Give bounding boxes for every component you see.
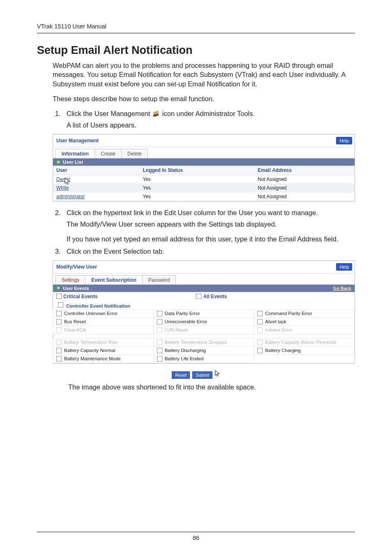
panel-title: User Management	[56, 138, 99, 144]
svg-point-2	[157, 111, 159, 114]
table-row: Daniel Yes Not Assigned	[53, 175, 355, 183]
tab-information[interactable]: Information	[55, 149, 95, 158]
all-events-checkbox[interactable]: All Events	[196, 294, 227, 299]
user-management-panel: User Management Help Information Create …	[53, 134, 355, 202]
user-management-icon	[152, 110, 162, 117]
section-heading: Setup Email Alert Notification	[37, 44, 355, 57]
step-1-text-b: icon under Administrator Tools.	[162, 110, 255, 117]
cell-email: Not Assigned	[254, 192, 355, 201]
event-grid-1: Controller Unknown Error Data Parity Err…	[53, 310, 355, 334]
event-label: Battery Charging	[265, 348, 300, 353]
help-button[interactable]: Help	[336, 263, 352, 271]
user-list-table: User Logged In Status Email Address Dani…	[53, 166, 355, 201]
event-label: Controller Unknown Error	[64, 311, 118, 316]
tab-delete[interactable]: Delete	[121, 149, 148, 158]
modify-view-user-panel: Modify/View User Help Settings Event Sub…	[53, 260, 355, 364]
event-label: Battery Capacity Below Threshold	[265, 340, 336, 345]
cell-status: Yes	[140, 192, 255, 201]
all-events-label: All Events	[203, 294, 227, 299]
event-label: Abort task	[265, 319, 286, 324]
go-back-link[interactable]: Go Back	[333, 286, 351, 291]
event-checkbox[interactable]: Bus Reset	[53, 317, 154, 326]
event-checkbox[interactable]: Battery Charging	[254, 346, 355, 355]
step-3-text: Click on the Event Selection tab.	[67, 248, 164, 255]
table-row: administrator Yes Not Assigned	[53, 192, 355, 201]
tab-settings[interactable]: Settings	[55, 275, 85, 285]
cursor-icon	[215, 370, 221, 379]
user-panel-tabs: Information Create Delete	[53, 147, 355, 158]
event-checkbox[interactable]: Abort task	[254, 317, 355, 326]
event-label: Battery Capacity Normal	[64, 348, 115, 353]
controller-event-notification-checkbox[interactable]	[58, 302, 63, 308]
page-number: 86	[193, 535, 199, 541]
event-label: LUN Reset	[165, 327, 188, 332]
page-header: VTrak 15110 User Manual	[37, 23, 355, 33]
event-label: Battery Temperature Rise	[64, 340, 118, 345]
play-arrow-icon	[56, 160, 60, 164]
event-checkbox[interactable]: LUN Reset	[153, 326, 254, 334]
intro-paragraph-1: WebPAM can alert you to the problems and…	[53, 61, 355, 88]
event-checkbox[interactable]: Data Parity Error	[153, 309, 254, 318]
event-label: Unrecoverable Error	[165, 319, 208, 324]
event-checkbox[interactable]: Battery Discharging	[153, 346, 254, 355]
event-label: Initiator Error	[265, 327, 292, 332]
event-checkbox[interactable]: Clear ACA	[53, 326, 154, 334]
user-events-header: User Events	[63, 286, 89, 291]
intro-paragraph-2: These steps describe how to setup the em…	[53, 94, 355, 103]
event-label: Battery Life Ended	[165, 356, 204, 361]
reset-button[interactable]: Reset	[172, 371, 189, 379]
event-checkbox[interactable]: Battery Capacity Below Threshold	[254, 338, 355, 347]
event-checkbox[interactable]: Battery Life Ended	[153, 354, 254, 363]
tab-event-subscription[interactable]: Event Subscription	[85, 275, 142, 285]
submit-row: Reset Submit	[37, 370, 355, 379]
cell-email: Not Assigned	[254, 175, 355, 183]
event-checkbox[interactable]: Battery Maintenance Mode	[53, 354, 154, 363]
svg-point-1	[154, 112, 156, 114]
event-label: Battery Temperature Dropped	[165, 340, 227, 345]
user-list-header: User List	[63, 160, 83, 164]
user-link-white[interactable]: White	[56, 185, 69, 191]
cell-status: Yes	[140, 183, 255, 192]
step-1-sub: A list of Users appears.	[67, 120, 355, 130]
cell-status: Yes	[140, 175, 255, 183]
tab-password[interactable]: Password	[142, 275, 176, 285]
page-footer: 86	[0, 532, 392, 541]
step-2-sub1: The Modify/View User screen appears with…	[67, 220, 355, 229]
event-grid-2: Battery Temperature Rise Battery Tempera…	[53, 338, 355, 363]
step-1: Click the User Management icon under Adm…	[62, 109, 355, 130]
col-user: User	[53, 166, 140, 175]
cell-email: Not Assigned	[254, 183, 355, 192]
play-arrow-icon	[56, 286, 60, 291]
col-logged-in: Logged In Status	[140, 166, 255, 175]
cursor-icon	[65, 177, 71, 185]
event-checkbox[interactable]: Battery Temperature Dropped	[153, 338, 254, 347]
critical-events-label: Critical Events	[63, 294, 97, 299]
controller-event-notification-label: Controller Event Notification	[66, 303, 130, 308]
event-checkbox[interactable]: Initiator Error	[254, 326, 355, 334]
event-label: Bus Reset	[64, 319, 86, 324]
event-checkbox[interactable]: Battery Temperature Rise	[53, 338, 154, 347]
step-2-text: Click on the hypertext link in the Edit …	[67, 209, 318, 216]
event-label: Clear ACA	[64, 327, 86, 332]
submit-button[interactable]: Submit	[192, 371, 212, 379]
help-button[interactable]: Help	[336, 137, 352, 144]
user-link-administrator[interactable]: administrator	[56, 194, 85, 199]
event-label: Command Parity Error	[265, 311, 312, 316]
tab-create[interactable]: Create	[95, 149, 122, 158]
event-label: Battery Maintenance Mode	[64, 356, 120, 361]
panel-title: Modify/View User	[56, 264, 97, 270]
critical-events-checkbox[interactable]: Critical Events	[56, 294, 97, 299]
step-3: Click on the Event Selection tab.	[62, 247, 355, 256]
event-checkbox[interactable]: Controller Unknown Error	[53, 309, 154, 318]
event-label: Battery Discharging	[165, 348, 206, 353]
event-label: Data Parity Error	[165, 311, 200, 316]
event-checkbox[interactable]: Battery Capacity Normal	[53, 346, 154, 355]
closing-note: The image above was shortened to fit int…	[68, 383, 355, 391]
step-2-sub2: If you have not yet typed an email addre…	[67, 234, 355, 243]
step-1-text-a: Click the User Management	[67, 110, 152, 117]
step-2: Click on the hypertext link in the Edit …	[62, 208, 355, 244]
table-row: White Yes Not Assigned	[53, 183, 355, 192]
event-checkbox[interactable]: Unrecoverable Error	[153, 317, 254, 326]
modify-panel-tabs: Settings Event Subscription Password	[53, 273, 355, 285]
event-checkbox[interactable]: Command Parity Error	[254, 309, 355, 318]
